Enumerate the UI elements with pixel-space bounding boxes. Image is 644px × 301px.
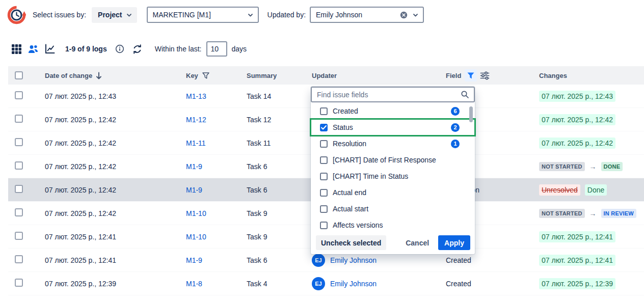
row-changes-cell: 07 лют. 2025 р., 12:41 [539, 231, 644, 242]
status-to-lozenge: DONE [601, 162, 623, 171]
col-date-header[interactable]: Date of change [45, 72, 92, 79]
row-changes-cell: 07 лют. 2025 р., 12:42 [539, 138, 644, 149]
row-changes-cell: NOT STARTED→DONE [539, 162, 644, 171]
field-checkbox[interactable] [320, 124, 328, 131]
row-changes-cell: 07 лют. 2025 р., 12:43 [539, 91, 644, 102]
toolbar: 1-9 of 9 logs Within the last: days [0, 41, 644, 57]
field-label: Affects versions [333, 221, 383, 229]
chevron-down-icon [247, 12, 254, 18]
cancel-button[interactable]: Cancel [404, 239, 431, 247]
sort-descending-icon[interactable] [96, 72, 102, 79]
table-view-icon[interactable] [10, 43, 22, 55]
info-icon[interactable] [115, 44, 124, 53]
field-filter-item[interactable]: Status 2 [311, 119, 475, 135]
change-date-lozenge: 07 лют. 2025 р., 12:42 [539, 114, 615, 125]
updater-name-link[interactable]: Emily Johnson [330, 256, 377, 264]
issue-key-link[interactable]: M1-11 [186, 139, 206, 147]
row-date: 07 лют. 2025 р., 12:42 [45, 162, 116, 171]
row-checkbox[interactable] [15, 208, 23, 216]
status-to-lozenge: IN REVIEW [601, 209, 636, 218]
row-date: 07 лют. 2025 р., 12:42 [45, 116, 116, 124]
row-checkbox[interactable] [15, 232, 23, 240]
field-count-badge: 2 [451, 123, 460, 132]
row-summary: Task 4 [247, 280, 267, 288]
key-filter-icon[interactable] [202, 72, 209, 79]
field-checkbox[interactable] [320, 205, 328, 213]
field-filter-item[interactable]: Actual start [311, 201, 475, 217]
column-settings-icon[interactable] [480, 71, 490, 80]
group-by-updater-view-icon[interactable] [27, 43, 39, 55]
project-select-value: MARKETING [M1] [153, 11, 211, 19]
select-all-checkbox[interactable] [15, 71, 23, 79]
field-checkbox[interactable] [320, 156, 328, 164]
project-select[interactable]: MARKETING [M1] [147, 7, 259, 23]
issue-key-link[interactable]: M1-8 [186, 280, 202, 288]
row-date: 07 лют. 2025 р., 12:41 [45, 233, 116, 241]
avatar: EJ [312, 277, 325, 290]
row-summary: Task 9 [247, 209, 267, 217]
field-checkbox[interactable] [320, 107, 328, 115]
row-checkbox[interactable] [15, 138, 23, 146]
row-changes-cell: UnresolvedDone [539, 184, 644, 196]
issue-key-link[interactable]: M1-12 [186, 116, 206, 124]
row-summary: Task 6 [247, 186, 267, 194]
field-filter-item[interactable]: Affects versions [311, 217, 475, 233]
change-date-lozenge: 07 лют. 2025 р., 12:41 [539, 231, 615, 242]
row-date: 07 лют. 2025 р., 12:42 [45, 139, 116, 147]
scrollbar-thumb[interactable] [469, 106, 473, 122]
row-summary: Task 12 [247, 116, 271, 124]
clear-selection-icon[interactable] [400, 11, 408, 19]
change-date-lozenge: 07 лют. 2025 р., 12:39 [539, 278, 615, 289]
issue-key-link[interactable]: M1-10 [186, 233, 206, 241]
updater-name-link[interactable]: Emily Johnson [330, 280, 377, 288]
row-checkbox[interactable] [15, 185, 23, 193]
logs-count: 1-9 of 9 logs [65, 45, 107, 53]
days-input[interactable] [206, 41, 227, 57]
issue-source-dropdown-button[interactable]: Project [92, 7, 137, 23]
field-checkbox[interactable] [320, 222, 328, 229]
field-filter-item[interactable]: [CHART] Date of First Response [311, 152, 475, 168]
row-checkbox[interactable] [15, 115, 23, 123]
field-checkbox[interactable] [320, 173, 328, 180]
field-filter-item[interactable]: Resolution 1 [311, 135, 475, 152]
row-date: 07 лют. 2025 р., 12:42 [45, 186, 116, 194]
field-checkbox[interactable] [320, 189, 328, 197]
field-label: Actual end [333, 188, 366, 197]
field-label: [CHART] Time in Status [333, 172, 408, 180]
field-filter-list: Created 6 Status 2 Resolution 1 [CHART] … [311, 102, 475, 233]
updated-by-select-value: Emily Johnson [316, 11, 362, 19]
chevron-down-icon [126, 12, 132, 18]
updated-by-label: Updated by: [267, 11, 306, 19]
field-label: Actual start [333, 205, 368, 213]
updated-by-select[interactable]: Emily Johnson [310, 7, 424, 23]
row-updater-cell: EJ Emily Johnson [312, 277, 446, 290]
col-updater-header: Updater [312, 72, 337, 79]
row-checkbox[interactable] [15, 91, 23, 99]
field-checkbox[interactable] [320, 140, 328, 148]
row-summary: Task 6 [247, 256, 267, 264]
field-filter-footer: Uncheck selected Cancel Apply [311, 233, 475, 254]
field-label: Status [333, 123, 353, 131]
field-filter-item[interactable]: Created 6 [311, 103, 475, 119]
issue-key-link[interactable]: M1-9 [186, 162, 202, 171]
issue-key-link[interactable]: M1-9 [186, 256, 202, 264]
issue-key-link[interactable]: M1-10 [186, 209, 206, 217]
issue-key-link[interactable]: M1-9 [186, 186, 202, 194]
refresh-icon[interactable] [132, 44, 142, 54]
issue-key-link[interactable]: M1-13 [186, 92, 206, 100]
field-search-input[interactable] [312, 88, 461, 101]
field-filter-item[interactable]: Actual end [311, 184, 475, 201]
apply-button[interactable]: Apply [438, 235, 470, 250]
table-row: 07 лют. 2025 р., 12:39 M1-8 Task 4 EJ Em… [8, 272, 644, 295]
row-checkbox[interactable] [15, 161, 23, 170]
row-checkbox[interactable] [15, 255, 23, 263]
chart-view-icon[interactable] [44, 43, 56, 55]
field-filter-item[interactable]: [CHART] Time in Status [311, 168, 475, 184]
field-filter-icon[interactable] [465, 69, 477, 81]
col-field-header: Field [446, 72, 461, 79]
change-date-lozenge: 07 лют. 2025 р., 12:41 [539, 255, 615, 266]
row-field: Created [446, 280, 471, 288]
uncheck-selected-button[interactable]: Uncheck selected [316, 235, 386, 250]
within-last-label: Within the last: [155, 45, 202, 53]
row-checkbox[interactable] [15, 279, 23, 287]
